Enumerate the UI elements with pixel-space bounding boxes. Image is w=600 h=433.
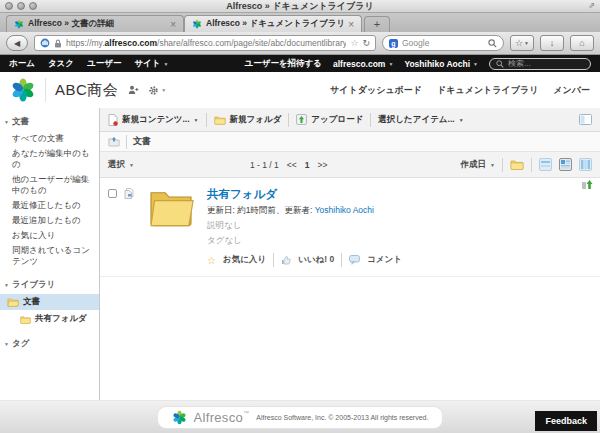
file-name-link[interactable]: 共有フォルダ <box>207 187 402 202</box>
invite-users-link[interactable]: ユーザーを招待する <box>244 58 322 70</box>
alfresco-logo <box>10 77 36 103</box>
link-site-dashboard[interactable]: サイトダッシュボード <box>330 84 422 97</box>
divider <box>531 158 532 172</box>
triangle-down-icon: ▼ <box>4 119 9 125</box>
google-icon: g <box>389 39 398 48</box>
link-document-library[interactable]: ドキュメントライブラリ <box>437 84 538 97</box>
footer-brand-box: Alfresco™ Alfresco Software, Inc. © 2005… <box>157 406 444 429</box>
google-search-box[interactable]: g Google <box>382 35 504 51</box>
favorite-star-icon[interactable]: ☆ <box>207 255 216 266</box>
row-checkbox[interactable] <box>108 189 117 198</box>
tree-node-shared-folder[interactable]: 共有フォルダ <box>0 310 99 328</box>
add-user-icon[interactable] <box>128 85 139 95</box>
sidebar-documents-header[interactable]: ▼文書 <box>0 113 99 131</box>
new-folder-button[interactable]: 新規フォルダ <box>214 114 282 126</box>
feedback-button[interactable]: Feedback <box>535 411 597 431</box>
pagination-prev[interactable]: << <box>287 160 297 170</box>
divider <box>370 113 371 127</box>
pagination: 1 - 1 / 1 << 1 >> <box>250 160 327 170</box>
document-library-content: 新規コンテンツ... ▼ 新規フォルダ アップロード 選択したアイテム... <box>100 108 600 400</box>
like-thumb-icon[interactable] <box>281 255 291 265</box>
selected-items-button[interactable]: 選択したアイテム... ▼ <box>378 114 463 126</box>
lock-icon <box>54 39 62 48</box>
nav-sites[interactable]: サイト▼ <box>134 58 168 70</box>
nav-tasks[interactable]: タスク <box>48 58 74 70</box>
network-menu[interactable]: alfresco.com▼ <box>333 59 393 69</box>
divider <box>206 113 207 127</box>
window-title: Alfresco » ドキュメントライブラリ <box>0 0 600 13</box>
new-content-button[interactable]: 新規コンテンツ... ▼ <box>108 114 199 126</box>
sort-direction-icon[interactable] <box>582 180 593 190</box>
bookmarks-menu-button[interactable]: ☆▼ <box>510 35 534 51</box>
pagination-next[interactable]: >> <box>318 160 328 170</box>
comment-bubble-icon[interactable] <box>349 255 360 265</box>
sidebar-library-header[interactable]: ▼ライブラリ <box>0 276 99 294</box>
search-magnifier-icon[interactable] <box>488 39 497 48</box>
user-menu[interactable]: Yoshihiko Aochi▼ <box>404 59 478 69</box>
sidebar-item-recently-modified[interactable]: 最近修正したもの <box>0 198 99 213</box>
comment-action[interactable]: コメント <box>367 254 402 266</box>
nav-users[interactable]: ユーザー <box>87 58 121 70</box>
bookmark-star-icon[interactable]: ☆ <box>350 38 358 48</box>
tab-close-icon[interactable]: × <box>170 19 176 30</box>
chevron-down-icon: ▼ <box>459 117 464 123</box>
chevron-down-icon: ▼ <box>164 61 169 67</box>
new-tab-button[interactable]: + <box>364 16 390 32</box>
select-dropdown[interactable]: 選択▼ <box>108 159 134 171</box>
window-titlebar: Alfresco » ドキュメントライブラリ ⇗ <box>0 0 600 13</box>
hide-navigation-icon[interactable] <box>579 114 592 125</box>
url-bar[interactable]: https://my.alfresco.com/share/alfresco.c… <box>34 35 376 51</box>
alfresco-favicon <box>14 19 24 29</box>
window-close-button[interactable] <box>5 2 13 10</box>
url-text: https://my.alfresco.com/share/alfresco.c… <box>66 38 346 48</box>
back-button[interactable]: ◀ <box>6 35 28 51</box>
folder-icon <box>20 315 31 324</box>
simple-view-icon[interactable] <box>539 158 552 171</box>
chevron-down-icon: ▼ <box>473 61 478 67</box>
show-folders-toggle[interactable] <box>510 159 524 170</box>
site-title: ABC商会 <box>55 81 118 100</box>
pagination-current-page[interactable]: 1 <box>305 160 310 170</box>
new-document-icon <box>108 114 118 126</box>
detailed-view-icon[interactable] <box>559 158 572 171</box>
sort-dropdown[interactable]: 作成日▼ <box>461 159 495 171</box>
like-action[interactable]: いいね! 0 <box>298 254 334 266</box>
alfresco-top-nav: ホーム タスク ユーザー サイト▼ ユーザーを招待する alfresco.com… <box>0 55 600 72</box>
sidebar-item-synced-content[interactable]: 同期されているコンテンツ <box>0 243 99 269</box>
table-view-icon[interactable] <box>579 158 592 171</box>
favorite-action[interactable]: お気に入り <box>223 254 266 266</box>
tab-close-icon[interactable]: × <box>348 19 354 30</box>
sidebar-item-all-documents[interactable]: すべての文書 <box>0 131 99 146</box>
alfresco-favicon <box>192 19 202 29</box>
tree-node-documents[interactable]: 文書 <box>0 294 99 310</box>
file-description: 説明なし <box>207 220 402 232</box>
folder-up-icon[interactable] <box>108 136 120 147</box>
tab-document-library[interactable]: Alfresco » ドキュメントライブラリ × <box>184 15 362 32</box>
fullscreen-icon[interactable]: ⇗ <box>588 2 595 10</box>
global-search-placeholder: 検索... <box>508 58 531 69</box>
breadcrumb-current[interactable]: 文書 <box>133 135 151 148</box>
upload-button[interactable]: アップロード <box>296 114 363 126</box>
link-members[interactable]: メンバー <box>553 84 590 97</box>
sidebar-item-recently-added[interactable]: 最近追加したもの <box>0 213 99 228</box>
folder-thumbnail-icon[interactable] <box>148 187 194 267</box>
modifier-link[interactable]: Yoshihiko Aochi <box>315 205 374 215</box>
home-button[interactable]: ⌂ <box>570 35 594 51</box>
divider <box>502 158 503 172</box>
sidebar-tags-header[interactable]: ▼タグ <box>0 335 99 353</box>
sidebar-item-others-editing[interactable]: 他のユーザーが編集中のもの <box>0 172 99 198</box>
reload-icon[interactable]: ↻ <box>362 38 370 48</box>
sidebar-item-favorites[interactable]: お気に入り <box>0 228 99 243</box>
global-search-box[interactable]: 検索... <box>489 58 591 70</box>
window-minimize-button[interactable] <box>17 2 25 10</box>
window-zoom-button[interactable] <box>29 2 37 10</box>
nav-home[interactable]: ホーム <box>9 58 35 70</box>
tab-document-details[interactable]: Alfresco » 文書の詳細 × <box>6 15 184 32</box>
site-identity-icon[interactable] <box>40 38 50 48</box>
settings-gear-icon[interactable]: ▼ <box>148 85 166 96</box>
downloads-button[interactable]: ↓ <box>540 35 564 51</box>
chevron-down-icon: ▼ <box>490 162 495 168</box>
list-controls: 選択▼ 1 - 1 / 1 << 1 >> 作成日▼ <box>100 152 600 178</box>
sidebar-item-im-editing[interactable]: あなたが編集中のもの <box>0 146 99 172</box>
file-row: 共有フォルダ 更新日: 約1時間前、更新者: Yoshihiko Aochi 説… <box>100 178 600 277</box>
